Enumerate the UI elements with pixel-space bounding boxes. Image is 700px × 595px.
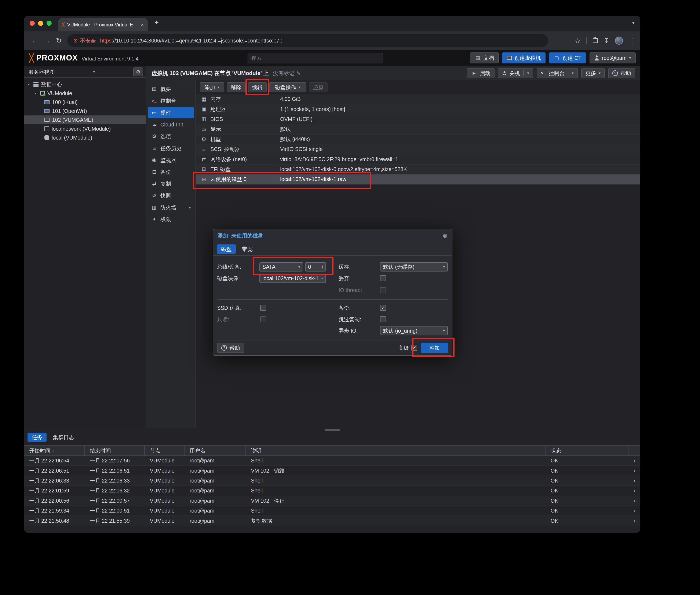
chevron-down-icon[interactable]: ▾ <box>93 69 95 74</box>
tab-search-icon[interactable]: ▾ <box>632 20 635 25</box>
chevron-right-icon[interactable]: › <box>628 477 640 484</box>
more-menu-button[interactable]: 更多▾ <box>581 68 605 78</box>
nav-item-snapshots[interactable]: ↺快照 <box>148 190 194 201</box>
tree-node-vumodule[interactable]: ▾VUModule <box>24 89 145 98</box>
tags-area[interactable]: 没有标记 ✎ <box>273 70 301 77</box>
close-window-button[interactable] <box>30 21 35 26</box>
create-ct-button[interactable]: ▢创建 CT <box>549 52 586 63</box>
nav-item-replication[interactable]: ⇄复制 <box>148 178 194 190</box>
hw-row-memory[interactable]: ▦内存4.00 GiB <box>196 94 640 104</box>
nav-item-backup[interactable]: ⊟备份 <box>148 166 194 178</box>
nav-item-summary[interactable]: ▤概要 <box>148 83 194 95</box>
user-menu-button[interactable]: root@pam▾ <box>590 52 636 63</box>
task-row[interactable]: 一月 22 22:00:56一月 22 22:00:57VUModuleroot… <box>24 496 640 506</box>
tab-close-icon[interactable]: × <box>141 22 144 28</box>
bus-select[interactable]: SATA▾ <box>260 262 303 272</box>
disk-action-button[interactable]: 磁盘操作▾ <box>269 82 306 92</box>
tree-node-vm-100[interactable]: 100 (iKuai) <box>24 98 145 107</box>
search-input[interactable] <box>248 53 383 63</box>
view-selector-label[interactable]: 服务器视图 <box>28 68 55 76</box>
dialog-add-button[interactable]: 添加 <box>421 343 448 353</box>
dialog-title-bar[interactable]: 添加: 未使用的磁盘 ⊗ <box>213 229 452 242</box>
task-row[interactable]: 一月 22 21:50:48一月 22 21:55:39VUModuleroot… <box>24 516 640 526</box>
tab-cluster-log[interactable]: 集群日志 <box>49 433 78 442</box>
chevron-down-icon[interactable]: ▾ <box>527 71 529 76</box>
task-row[interactable]: 一月 22 22:06:51一月 22 22:06:51VUModuleroot… <box>24 466 640 476</box>
edit-tags-pencil-icon[interactable]: ✎ <box>296 70 301 76</box>
hw-row-scsi-controller[interactable]: ≣SCSI 控制器VirtIO SCSI single <box>196 144 640 154</box>
tree-node-datacenter[interactable]: ▾数据中心 <box>24 80 145 89</box>
disk-image-select[interactable]: local:102/vm-102-disk-1▾ <box>260 274 326 283</box>
new-tab-button[interactable]: + <box>155 18 159 26</box>
profile-avatar[interactable] <box>615 36 623 45</box>
col-status[interactable]: 状态 <box>545 446 628 455</box>
hw-row-display[interactable]: ▭显示默认 <box>196 124 640 134</box>
hw-row-processors[interactable]: ▣处理器1 (1 sockets, 1 cores) [host] <box>196 104 640 114</box>
col-user[interactable]: 用户名 <box>185 446 246 455</box>
create-vm-button[interactable]: 创建虚拟机 <box>502 52 545 63</box>
spinner-arrows-icon[interactable]: ▴▾ <box>322 265 323 269</box>
nav-item-cloud-init[interactable]: ☁Cloud-Init <box>148 119 194 130</box>
shutdown-vm-button[interactable]: 关机▾ <box>498 68 533 78</box>
url-bar[interactable]: ⊗ 不安全 https://10.10.10.254:8006/#v1:0:=q… <box>67 34 548 47</box>
backup-checkbox[interactable] <box>380 305 386 311</box>
nav-item-task-history[interactable]: ≣任务历史 <box>148 143 194 154</box>
nav-item-hardware[interactable]: ▭硬件 <box>148 107 194 118</box>
nav-item-options[interactable]: ⚙选项 <box>148 131 194 142</box>
browser-menu-icon[interactable]: ⋮ <box>629 37 635 45</box>
hw-row-efi-disk[interactable]: ⊟EFI 磁盘local:102/vm-102-disk-0.qcow2,efi… <box>196 165 640 174</box>
splitter-handle[interactable] <box>325 429 340 431</box>
task-row[interactable]: 一月 22 22:01:59一月 22 22:06:32VUModuleroot… <box>24 486 640 496</box>
browser-tab[interactable]: ╳ VUModule - Proxmox Virtual E × <box>58 18 148 31</box>
advanced-checkbox[interactable] <box>411 345 417 351</box>
back-icon[interactable]: ← <box>29 37 41 45</box>
ssd-emulation-checkbox[interactable] <box>260 305 266 311</box>
not-secure-badge[interactable]: ⊗ 不安全 <box>73 37 96 44</box>
col-start-time[interactable]: 开始时间↓ <box>24 446 85 455</box>
chevron-right-icon[interactable]: › <box>628 507 640 514</box>
task-row[interactable]: 一月 22 22:06:33一月 22 22:06:33VUModuleroot… <box>24 476 640 486</box>
revert-button[interactable]: 还原 <box>309 82 328 92</box>
expander-icon[interactable]: ▾ <box>33 91 38 95</box>
chevron-right-icon[interactable]: › <box>628 487 640 494</box>
dialog-help-button[interactable]: ?帮助 <box>217 343 244 353</box>
remove-device-button[interactable]: 移除 <box>227 82 245 92</box>
chevron-right-icon[interactable]: › <box>628 497 640 504</box>
col-end-time[interactable]: 结束时间 <box>85 446 145 455</box>
tab-tasks[interactable]: 任务 <box>28 433 47 442</box>
documentation-button[interactable]: ▤文档 <box>470 52 499 63</box>
bus-number-spinner[interactable]: 0▴▾ <box>305 262 326 272</box>
task-row[interactable]: 一月 22 21:59:34一月 22 22:00:51VUModuleroot… <box>24 506 640 516</box>
hw-row-unused-disk-0[interactable]: ⊟未使用的磁盘 0local:102/vm-102-disk-1.raw <box>196 174 640 185</box>
chevron-right-icon[interactable]: › <box>628 517 640 524</box>
expander-icon[interactable]: ▾ <box>27 82 31 86</box>
start-vm-button[interactable]: ▶启动 <box>466 68 494 78</box>
help-button[interactable]: ?帮助 <box>608 68 635 78</box>
download-icon[interactable]: ↧ <box>604 37 609 45</box>
hw-row-machine[interactable]: ⚙机型默认 (i440fx) <box>196 135 640 144</box>
tree-node-localnetwork[interactable]: localnetwork (VUModule) <box>24 124 145 133</box>
nav-item-console[interactable]: >_控制台 <box>148 95 194 107</box>
gear-icon[interactable]: ⚙ <box>133 67 143 76</box>
tab-bandwidth[interactable]: 带宽 <box>238 245 257 254</box>
nav-item-permissions[interactable]: ✦权限 <box>148 214 194 225</box>
async-io-select[interactable]: 默认 (io_uring)▾ <box>380 326 448 335</box>
chevron-down-icon[interactable]: ▾ <box>572 71 574 76</box>
forward-icon[interactable]: → <box>41 37 53 45</box>
bookmark-star-icon[interactable]: ☆ <box>575 37 581 45</box>
nav-item-monitor[interactable]: ◉监视器 <box>148 154 194 166</box>
tree-node-vm-101[interactable]: 101 (OpenWrt) <box>24 107 145 115</box>
hw-row-bios[interactable]: ▥BIOSOVMF (UEFI) <box>196 114 640 124</box>
nav-item-firewall[interactable]: ▥防火墙▸ <box>148 202 194 213</box>
discard-checkbox[interactable] <box>380 275 386 281</box>
skip-replication-checkbox[interactable] <box>380 316 386 322</box>
hw-row-network-device[interactable]: ⇄网络设备 (net0)virtio=8A:D6:9E:5C:2F:29,bri… <box>196 154 640 164</box>
reload-icon[interactable]: ↻ <box>53 36 65 45</box>
add-device-button[interactable]: 添加▾ <box>200 82 224 92</box>
chevron-right-icon[interactable]: › <box>628 467 640 474</box>
console-button[interactable]: >_控制台▾ <box>537 68 578 78</box>
zoom-window-button[interactable] <box>47 21 52 26</box>
minimize-window-button[interactable] <box>38 21 43 26</box>
tree-node-local-storage[interactable]: local (VUModule) <box>24 133 145 142</box>
chevron-right-icon[interactable]: › <box>628 457 640 464</box>
